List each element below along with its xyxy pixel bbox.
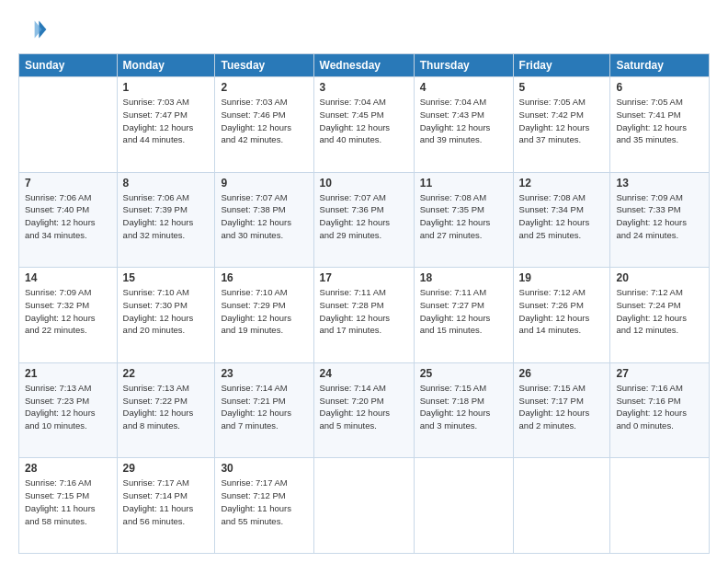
day-number: 19 — [519, 271, 605, 284]
calendar-cell: 7Sunrise: 7:06 AM Sunset: 7:40 PM Daylig… — [19, 172, 118, 268]
calendar-cell — [313, 458, 414, 554]
calendar-cell: 14Sunrise: 7:09 AM Sunset: 7:32 PM Dayli… — [19, 268, 118, 363]
calendar-cell: 25Sunrise: 7:15 AM Sunset: 7:18 PM Dayli… — [414, 362, 513, 458]
day-number: 11 — [420, 177, 507, 190]
calendar-cell: 27Sunrise: 7:16 AM Sunset: 7:16 PM Dayli… — [610, 362, 710, 458]
day-info: Sunrise: 7:05 AM Sunset: 7:41 PM Dayligh… — [616, 96, 703, 146]
calendar-cell: 24Sunrise: 7:14 AM Sunset: 7:20 PM Dayli… — [313, 362, 414, 458]
calendar-cell: 5Sunrise: 7:05 AM Sunset: 7:42 PM Daylig… — [513, 77, 610, 173]
calendar-week-row: 7Sunrise: 7:06 AM Sunset: 7:40 PM Daylig… — [19, 172, 710, 268]
day-info: Sunrise: 7:04 AM Sunset: 7:43 PM Dayligh… — [420, 96, 507, 146]
calendar-cell: 17Sunrise: 7:11 AM Sunset: 7:28 PM Dayli… — [313, 268, 414, 363]
calendar-week-row: 1Sunrise: 7:03 AM Sunset: 7:47 PM Daylig… — [19, 77, 710, 173]
day-number: 14 — [25, 271, 111, 284]
calendar-cell: 11Sunrise: 7:08 AM Sunset: 7:35 PM Dayli… — [414, 172, 513, 268]
day-info: Sunrise: 7:12 AM Sunset: 7:26 PM Dayligh… — [519, 286, 605, 337]
day-info: Sunrise: 7:13 AM Sunset: 7:23 PM Dayligh… — [25, 382, 111, 432]
weekday-header-monday: Monday — [117, 54, 215, 77]
calendar-week-row: 14Sunrise: 7:09 AM Sunset: 7:32 PM Dayli… — [19, 268, 710, 363]
header — [18, 15, 710, 44]
day-number: 25 — [420, 367, 507, 380]
calendar-cell: 21Sunrise: 7:13 AM Sunset: 7:23 PM Dayli… — [19, 362, 118, 458]
day-info: Sunrise: 7:16 AM Sunset: 7:15 PM Dayligh… — [25, 477, 111, 527]
calendar-cell — [414, 458, 513, 554]
day-info: Sunrise: 7:09 AM Sunset: 7:32 PM Dayligh… — [25, 286, 111, 337]
day-info: Sunrise: 7:03 AM Sunset: 7:46 PM Dayligh… — [221, 96, 307, 146]
day-info: Sunrise: 7:13 AM Sunset: 7:22 PM Dayligh… — [123, 382, 210, 432]
calendar-cell: 1Sunrise: 7:03 AM Sunset: 7:47 PM Daylig… — [117, 77, 215, 173]
day-number: 1 — [123, 81, 210, 94]
calendar-cell: 29Sunrise: 7:17 AM Sunset: 7:14 PM Dayli… — [117, 458, 215, 554]
calendar-cell: 16Sunrise: 7:10 AM Sunset: 7:29 PM Dayli… — [215, 268, 313, 363]
day-info: Sunrise: 7:14 AM Sunset: 7:21 PM Dayligh… — [221, 382, 307, 432]
day-number: 15 — [123, 271, 210, 284]
calendar-cell: 3Sunrise: 7:04 AM Sunset: 7:45 PM Daylig… — [313, 77, 414, 173]
logo-icon — [18, 15, 48, 44]
day-number: 23 — [221, 367, 307, 380]
calendar-cell: 9Sunrise: 7:07 AM Sunset: 7:38 PM Daylig… — [215, 172, 313, 268]
weekday-header-friday: Friday — [513, 54, 610, 77]
day-number: 13 — [616, 177, 703, 190]
weekday-header-tuesday: Tuesday — [215, 54, 313, 77]
calendar-cell: 26Sunrise: 7:15 AM Sunset: 7:17 PM Dayli… — [513, 362, 610, 458]
day-number: 3 — [320, 81, 408, 94]
day-info: Sunrise: 7:10 AM Sunset: 7:29 PM Dayligh… — [221, 286, 307, 337]
day-info: Sunrise: 7:14 AM Sunset: 7:20 PM Dayligh… — [320, 382, 408, 432]
day-info: Sunrise: 7:10 AM Sunset: 7:30 PM Dayligh… — [123, 286, 210, 337]
day-info: Sunrise: 7:06 AM Sunset: 7:39 PM Dayligh… — [123, 191, 210, 242]
calendar-cell: 8Sunrise: 7:06 AM Sunset: 7:39 PM Daylig… — [117, 172, 215, 268]
calendar-cell: 18Sunrise: 7:11 AM Sunset: 7:27 PM Dayli… — [414, 268, 513, 363]
day-number: 22 — [123, 367, 210, 380]
day-info: Sunrise: 7:15 AM Sunset: 7:18 PM Dayligh… — [420, 382, 507, 432]
day-info: Sunrise: 7:04 AM Sunset: 7:45 PM Dayligh… — [320, 96, 408, 146]
day-info: Sunrise: 7:08 AM Sunset: 7:34 PM Dayligh… — [519, 191, 605, 242]
day-number: 7 — [25, 177, 111, 190]
day-number: 28 — [25, 462, 111, 475]
day-number: 30 — [221, 462, 307, 475]
weekday-header-row: SundayMondayTuesdayWednesdayThursdayFrid… — [19, 54, 710, 77]
weekday-header-wednesday: Wednesday — [313, 54, 414, 77]
calendar-cell — [610, 458, 710, 554]
weekday-header-saturday: Saturday — [610, 54, 710, 77]
day-number: 24 — [320, 367, 408, 380]
day-number: 8 — [123, 177, 210, 190]
day-number: 4 — [420, 81, 507, 94]
day-info: Sunrise: 7:15 AM Sunset: 7:17 PM Dayligh… — [519, 382, 605, 432]
day-number: 26 — [519, 367, 605, 380]
weekday-header-thursday: Thursday — [414, 54, 513, 77]
day-info: Sunrise: 7:11 AM Sunset: 7:28 PM Dayligh… — [320, 286, 408, 337]
calendar-cell: 30Sunrise: 7:17 AM Sunset: 7:12 PM Dayli… — [215, 458, 313, 554]
calendar-cell: 19Sunrise: 7:12 AM Sunset: 7:26 PM Dayli… — [513, 268, 610, 363]
day-number: 21 — [25, 367, 111, 380]
day-number: 12 — [519, 177, 605, 190]
calendar-cell: 10Sunrise: 7:07 AM Sunset: 7:36 PM Dayli… — [313, 172, 414, 268]
day-info: Sunrise: 7:07 AM Sunset: 7:38 PM Dayligh… — [221, 191, 307, 242]
calendar-cell: 2Sunrise: 7:03 AM Sunset: 7:46 PM Daylig… — [215, 77, 313, 173]
day-number: 5 — [519, 81, 605, 94]
calendar-cell — [19, 77, 118, 173]
calendar-cell — [513, 458, 610, 554]
calendar-cell: 13Sunrise: 7:09 AM Sunset: 7:33 PM Dayli… — [610, 172, 710, 268]
day-info: Sunrise: 7:17 AM Sunset: 7:12 PM Dayligh… — [221, 477, 307, 527]
calendar-cell: 22Sunrise: 7:13 AM Sunset: 7:22 PM Dayli… — [117, 362, 215, 458]
day-info: Sunrise: 7:09 AM Sunset: 7:33 PM Dayligh… — [616, 191, 703, 242]
weekday-header-sunday: Sunday — [19, 54, 118, 77]
day-info: Sunrise: 7:06 AM Sunset: 7:40 PM Dayligh… — [25, 191, 111, 242]
calendar-cell: 4Sunrise: 7:04 AM Sunset: 7:43 PM Daylig… — [414, 77, 513, 173]
day-info: Sunrise: 7:17 AM Sunset: 7:14 PM Dayligh… — [123, 477, 210, 527]
day-number: 2 — [221, 81, 307, 94]
day-number: 20 — [616, 271, 703, 284]
calendar-cell: 28Sunrise: 7:16 AM Sunset: 7:15 PM Dayli… — [19, 458, 118, 554]
calendar-week-row: 28Sunrise: 7:16 AM Sunset: 7:15 PM Dayli… — [19, 458, 710, 554]
day-number: 16 — [221, 271, 307, 284]
day-info: Sunrise: 7:12 AM Sunset: 7:24 PM Dayligh… — [616, 286, 703, 337]
day-number: 29 — [123, 462, 210, 475]
calendar-cell: 23Sunrise: 7:14 AM Sunset: 7:21 PM Dayli… — [215, 362, 313, 458]
calendar-cell: 20Sunrise: 7:12 AM Sunset: 7:24 PM Dayli… — [610, 268, 710, 363]
calendar-week-row: 21Sunrise: 7:13 AM Sunset: 7:23 PM Dayli… — [19, 362, 710, 458]
page: SundayMondayTuesdayWednesdayThursdayFrid… — [0, 0, 728, 563]
day-info: Sunrise: 7:11 AM Sunset: 7:27 PM Dayligh… — [420, 286, 507, 337]
calendar-cell: 15Sunrise: 7:10 AM Sunset: 7:30 PM Dayli… — [117, 268, 215, 363]
calendar-cell: 12Sunrise: 7:08 AM Sunset: 7:34 PM Dayli… — [513, 172, 610, 268]
day-number: 17 — [320, 271, 408, 284]
